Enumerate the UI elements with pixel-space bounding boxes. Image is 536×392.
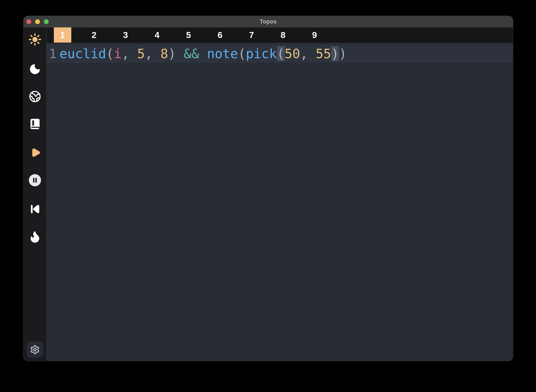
traffic-lights <box>26 16 49 28</box>
window-title: Topos <box>260 19 277 25</box>
topos-window: Topos <box>24 16 513 361</box>
code-token: note <box>207 46 238 61</box>
tab-bar: 123456789 <box>47 28 513 42</box>
sidebar-item-pause[interactable] <box>28 174 42 187</box>
book-icon <box>28 117 42 131</box>
tab-label: 5 <box>180 28 197 42</box>
zoom-button[interactable] <box>44 19 49 24</box>
code-token: , <box>122 46 137 61</box>
code-token: i <box>114 46 122 61</box>
code-token: , <box>145 46 161 61</box>
tab-3[interactable]: 3 <box>110 28 141 42</box>
tab-label: 9 <box>306 28 323 42</box>
close-button[interactable] <box>26 19 31 24</box>
tab-6[interactable]: 6 <box>204 28 236 42</box>
sidebar-item-flame[interactable] <box>28 230 42 243</box>
sidebar <box>24 28 47 361</box>
globe-icon <box>28 90 42 103</box>
sidebar-item-light-theme[interactable] <box>28 33 42 46</box>
tab-label: 4 <box>148 28 166 42</box>
code-token <box>199 46 207 61</box>
code-token: 50 <box>285 46 300 61</box>
tab-9[interactable]: 9 <box>299 28 330 42</box>
tab-label: 3 <box>117 28 134 42</box>
sidebar-item-play[interactable] <box>28 146 42 159</box>
code-token: ( <box>106 46 114 61</box>
code-token: && <box>184 46 199 61</box>
tab-2[interactable]: 2 <box>78 28 110 42</box>
code-token <box>176 46 184 61</box>
tab-label: 8 <box>274 28 292 42</box>
gear-icon <box>30 345 40 355</box>
code-token: ( <box>277 46 285 61</box>
code-token: ) <box>331 46 339 61</box>
tab-1[interactable]: 1 <box>47 28 78 42</box>
moon-icon <box>28 62 42 76</box>
code-token: 8 <box>161 46 168 61</box>
play-icon <box>28 146 42 159</box>
code-token: euclid <box>59 46 106 61</box>
code-editor[interactable]: 1 euclid(i, 5, 8) && note(pick(50, 55)) <box>47 42 513 361</box>
code-token: 55 <box>316 46 331 61</box>
code-token: , <box>300 46 316 61</box>
code-content: euclid(i, 5, 8) && note(pick(50, 55)) <box>59 46 347 61</box>
code-token: 5 <box>137 46 145 61</box>
settings-button[interactable] <box>27 341 43 358</box>
tab-label: 7 <box>243 28 260 42</box>
tab-label: 1 <box>54 28 71 42</box>
tab-7[interactable]: 7 <box>236 28 267 42</box>
code-token: pick <box>246 46 277 61</box>
line-number: 1 <box>47 46 57 61</box>
tab-8[interactable]: 8 <box>267 28 299 42</box>
pause-icon <box>28 174 42 187</box>
tab-label: 6 <box>211 28 229 42</box>
sidebar-item-dark-theme[interactable] <box>28 62 42 76</box>
flame-icon <box>28 230 42 243</box>
tab-4[interactable]: 4 <box>141 28 173 42</box>
code-token: ( <box>238 46 246 61</box>
minimize-button[interactable] <box>35 19 40 24</box>
skip-back-icon <box>28 202 42 216</box>
sidebar-item-book[interactable] <box>28 117 42 131</box>
title-bar[interactable]: Topos <box>24 16 513 28</box>
code-token: ) <box>168 46 176 61</box>
window-body: 123456789 1 euclid(i, 5, 8) && note(pick… <box>24 28 513 361</box>
active-code-line[interactable]: 1 euclid(i, 5, 8) && note(pick(50, 55)) <box>47 44 513 63</box>
desktop-background: Topos <box>0 0 536 392</box>
tab-label: 2 <box>85 28 103 42</box>
tab-5[interactable]: 5 <box>173 28 204 42</box>
code-token: ) <box>339 46 347 61</box>
sun-icon <box>28 33 42 46</box>
editor-pane: 123456789 1 euclid(i, 5, 8) && note(pick… <box>47 28 513 361</box>
sidebar-item-globe[interactable] <box>28 90 42 103</box>
sidebar-item-skip-back[interactable] <box>28 202 42 216</box>
